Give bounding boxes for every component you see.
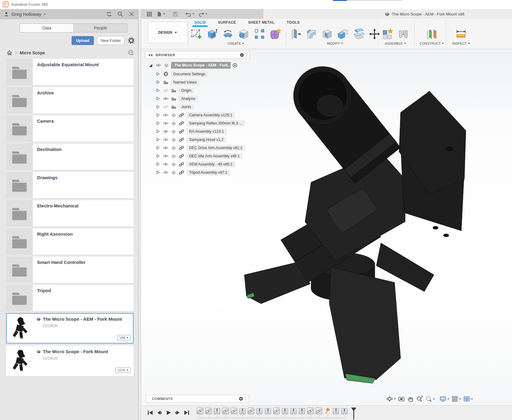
look-at-button[interactable] xyxy=(398,395,405,402)
visibility-eye-icon[interactable] xyxy=(163,113,168,117)
expand-arrow-icon[interactable] xyxy=(156,154,160,158)
visibility-eye-icon[interactable] xyxy=(163,171,168,174)
version-dropdown[interactable]: V86 xyxy=(117,335,131,340)
pattern-button[interactable] xyxy=(253,27,266,41)
timeline-feature-link[interactable] xyxy=(196,408,204,417)
expand-arrow-icon[interactable] xyxy=(156,146,160,150)
go-to-end-button[interactable] xyxy=(184,410,190,416)
model-telescope-mount[interactable] xyxy=(235,58,512,392)
comments-bar[interactable]: COMMENTS xyxy=(146,395,249,403)
expand-arrow-icon[interactable] xyxy=(156,105,160,109)
settings-gear-icon[interactable] xyxy=(128,37,135,44)
tab-solid[interactable]: SOLID xyxy=(194,20,206,26)
activate-component-radio[interactable] xyxy=(232,63,237,68)
construct-menu[interactable]: CONSTRUCT xyxy=(420,42,444,45)
go-to-start-button[interactable] xyxy=(147,410,153,416)
tree-row-analysis[interactable]: Analysis xyxy=(145,94,250,103)
pan-button[interactable] xyxy=(407,395,414,402)
tab-people[interactable]: People xyxy=(73,23,127,32)
visibility-eye-icon[interactable] xyxy=(163,146,168,150)
tree-label[interactable]: Document Settings xyxy=(171,71,208,77)
timeline-feature-link[interactable] xyxy=(204,408,213,417)
timeline-feature-pin[interactable] xyxy=(323,408,332,417)
shell-button[interactable] xyxy=(320,27,334,41)
add-comment-icon[interactable] xyxy=(239,397,243,401)
tree-row-component[interactable]: Camera Assembly v125:1 xyxy=(145,111,250,119)
tree-row-component[interactable]: DEC Idle Arm Assembly v45:1 xyxy=(145,152,250,160)
folder-item[interactable]: Right Ascension xyxy=(6,228,134,254)
tree-label[interactable]: DEC Idle Arm Assembly v45:1 xyxy=(186,153,242,159)
comments-drag-handle[interactable] xyxy=(246,397,247,401)
3d-viewport[interactable]: BROWSER The Micro Scope - AEM - Fork... … xyxy=(141,49,512,405)
joint-button[interactable] xyxy=(397,27,410,41)
inspect-menu[interactable]: INSPECT xyxy=(452,42,470,45)
folder-item[interactable]: Declination xyxy=(6,144,134,170)
visibility-eye-icon[interactable] xyxy=(163,162,168,166)
timeline-feature-link[interactable] xyxy=(315,408,323,417)
home-icon[interactable] xyxy=(7,50,12,55)
timeline-feature-link[interactable] xyxy=(306,408,315,417)
expand-arrow-icon[interactable] xyxy=(156,162,160,166)
tree-label[interactable]: Camera Assembly v125:1 xyxy=(186,112,235,118)
folder-item[interactable]: Adjustable Equatorial Mount xyxy=(6,59,134,85)
tree-row-joints[interactable]: Joints xyxy=(145,103,250,111)
visibility-eye-icon[interactable] xyxy=(163,154,168,158)
undo-button[interactable] xyxy=(185,12,194,17)
tree-label[interactable]: DEC Drive Arm Assembly v81:1 xyxy=(186,145,245,151)
new-folder-button[interactable]: New Folder xyxy=(97,36,124,45)
workspace-switcher[interactable]: DESIGN xyxy=(148,22,187,43)
tree-row-origin[interactable]: Origin xyxy=(145,86,250,94)
version-dropdown[interactable]: V220 xyxy=(115,367,131,373)
expand-arrow-icon[interactable] xyxy=(156,97,160,101)
split-body-button[interactable] xyxy=(352,27,365,41)
hole-button[interactable] xyxy=(237,27,250,41)
expand-arrow-icon[interactable] xyxy=(156,129,160,133)
timeline-feature-joint[interactable] xyxy=(332,408,340,417)
folder-item[interactable]: Camera xyxy=(6,115,134,142)
shared-views-globe-icon[interactable] xyxy=(128,50,134,56)
expand-arrow-icon[interactable] xyxy=(156,80,160,84)
folder-item[interactable]: Tripod xyxy=(6,285,134,311)
expand-arrow-icon[interactable] xyxy=(156,138,160,142)
viewports-button[interactable] xyxy=(463,395,473,402)
browser-drag-handle[interactable] xyxy=(246,53,248,57)
create-menu[interactable]: CREATE xyxy=(228,42,244,45)
refresh-icon[interactable] xyxy=(106,11,112,17)
timeline-feature-joint[interactable] xyxy=(213,408,221,417)
visibility-off-icon[interactable] xyxy=(163,105,168,109)
new-component-button[interactable] xyxy=(381,27,394,41)
close-panel-icon[interactable] xyxy=(129,11,134,17)
assemble-menu[interactable]: ASSEMBLE xyxy=(385,42,406,45)
minus-circle-icon[interactable] xyxy=(240,53,244,57)
save-button[interactable] xyxy=(172,11,178,17)
design-item[interactable]: The Micro Scope - Fork Mount 12/28/20 V2… xyxy=(6,346,134,376)
timeline-feature-joint[interactable] xyxy=(298,408,306,417)
search-icon[interactable] xyxy=(117,11,123,17)
timeline-feature-link[interactable] xyxy=(221,408,230,417)
construct-plane-button[interactable] xyxy=(425,27,439,41)
timeline-feature-joint[interactable] xyxy=(289,408,298,417)
tab-sheet-metal[interactable]: SHEET METAL xyxy=(248,20,275,26)
visibility-off-icon[interactable] xyxy=(163,89,168,92)
expanded-icon[interactable] xyxy=(149,63,153,67)
upload-button[interactable]: Upload xyxy=(72,36,93,45)
expand-arrow-icon[interactable] xyxy=(156,121,160,125)
tab-data[interactable]: Data xyxy=(20,23,73,32)
expand-arrow-icon[interactable] xyxy=(156,113,160,117)
folder-item[interactable]: Archive xyxy=(6,87,134,113)
modify-menu[interactable]: MODIFY xyxy=(327,42,343,45)
tree-label[interactable]: Origin xyxy=(178,87,194,94)
create-form-button[interactable] xyxy=(269,27,282,41)
visibility-eye-icon[interactable] xyxy=(163,121,168,125)
data-panel-toggle-button[interactable] xyxy=(147,12,152,16)
display-settings-button[interactable] xyxy=(439,395,449,402)
tree-row-component[interactable]: Tripod Assembly v47:1 xyxy=(145,168,250,176)
zoom-button[interactable] xyxy=(416,395,423,402)
tree-label[interactable]: Tripod Assembly v47:1 xyxy=(186,169,230,176)
breadcrumb-current[interactable]: Micro Scope xyxy=(20,50,45,55)
timeline-feature-joint[interactable] xyxy=(238,408,247,417)
tree-row-component[interactable]: DEC Drive Arm Assembly v81:1 xyxy=(145,144,250,152)
tab-surface[interactable]: SURFACE xyxy=(218,20,236,26)
tree-row-component[interactable]: Samyang Hood v1:2 xyxy=(145,135,250,144)
tree-label[interactable]: Analysis xyxy=(178,96,198,102)
